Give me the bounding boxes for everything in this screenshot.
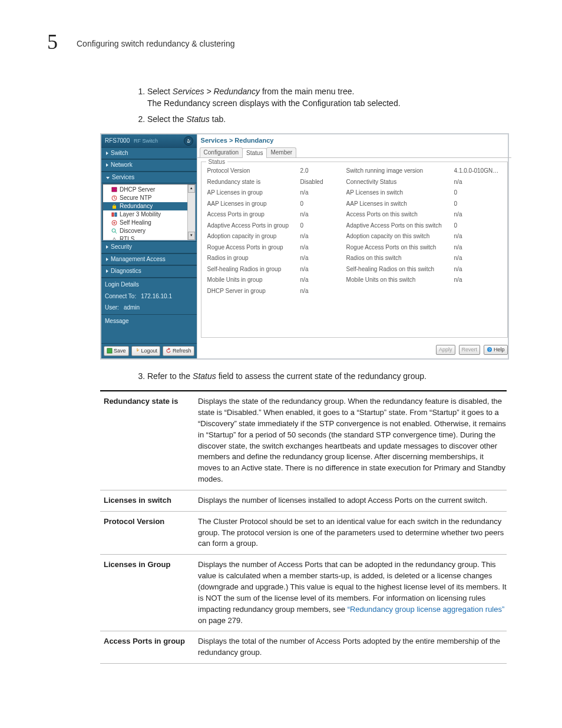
step-1: Select Services > Redundancy from the ma… — [147, 85, 509, 110]
device-model: RFS7000 — [105, 137, 130, 144]
tab-configuration[interactable]: Configuration — [200, 147, 243, 158]
definition-desc: Displays the state of the redundancy gro… — [198, 396, 507, 485]
sidebar: RFS7000 RF Switch M Switch Network Servi… — [101, 134, 197, 358]
nav-item-switch[interactable]: Switch — [101, 147, 197, 160]
definition-desc: Displays the number of licenses installe… — [198, 495, 507, 506]
step-3: Refer to the Status field to assess the … — [147, 370, 509, 382]
status-cell: Access Ports in group — [207, 210, 296, 219]
tab-status[interactable]: Status — [242, 148, 267, 159]
definition-row: Licenses in GroupDisplays the number of … — [100, 555, 507, 631]
status-cell: Redundancy state is — [207, 178, 296, 187]
logout-button[interactable]: Logout — [131, 346, 161, 356]
nav-item-security[interactable]: Security — [101, 241, 197, 253]
chapter-title: Configuring switch redundancy & clusteri… — [77, 39, 234, 48]
refresh-button[interactable]: Refresh — [163, 346, 194, 356]
status-cell: n/a — [300, 243, 342, 252]
svg-rect-0 — [112, 187, 117, 189]
status-legend: Status — [206, 158, 227, 167]
status-cell: Rogue Access Ports on this switch — [346, 243, 449, 252]
svg-rect-5 — [115, 213, 117, 216]
status-cell: Self-healing Radios in group — [207, 265, 296, 274]
definition-table: Redundancy state isDisplays the state of… — [100, 390, 507, 664]
definition-desc: Displays the total of the number of Acce… — [198, 636, 507, 658]
vendor-logo-icon: M — [184, 136, 193, 146]
definition-term: Licenses in Group — [100, 559, 198, 626]
tab-member[interactable]: Member — [266, 147, 296, 158]
nav-item-management[interactable]: Management Access — [101, 253, 197, 266]
step-3-post: field to assess the current state of the… — [216, 371, 427, 381]
definition-row: Protocol VersionThe Cluster Protocol sho… — [100, 512, 507, 555]
status-cell: Rogue Access Ports in group — [207, 243, 296, 252]
status-cell: DHCP Server in group — [207, 287, 296, 296]
tree-item-ntp[interactable]: Secure NTP — [103, 194, 195, 202]
status-cell: n/a — [454, 178, 501, 187]
status-cell: AP Licenses in switch — [346, 189, 449, 197]
nav-item-network[interactable]: Network — [101, 159, 197, 172]
status-cell — [346, 287, 449, 296]
tree-scrollbar[interactable]: ▴▾ — [187, 185, 195, 240]
status-cell: AP Licenses in group — [207, 189, 296, 197]
status-cell: AAP Licenses in group — [207, 200, 296, 209]
cross-ref-link[interactable]: “Redundancy group license aggregation ru… — [348, 605, 505, 614]
definition-desc: Displays the number of Access Ports that… — [198, 559, 507, 626]
status-cell: Adaptive Access Ports on this switch — [346, 222, 449, 230]
status-cell: n/a — [454, 265, 501, 274]
nav-item-diagnostics[interactable]: Diagnostics — [101, 265, 197, 278]
status-cell: Disabled — [300, 178, 342, 187]
status-cell: Adaptive Access Ports in group — [207, 222, 296, 230]
status-cell: n/a — [454, 210, 501, 219]
help-button[interactable]: ?Help — [484, 345, 508, 355]
main-footer: Apply Revert ?Help — [197, 341, 511, 358]
step-2-post: tab. — [210, 114, 226, 124]
svg-text:?: ? — [488, 348, 491, 352]
clock-icon — [111, 195, 117, 201]
scroll-up-icon[interactable]: ▴ — [188, 185, 195, 193]
help-icon: ? — [487, 347, 492, 353]
mobility-icon — [111, 212, 117, 218]
definition-row: Access Ports in groupDisplays the total … — [100, 631, 507, 664]
device-type: RF Switch — [134, 138, 158, 144]
message-title: Message — [105, 317, 193, 326]
step-2-emph: Status — [186, 114, 210, 124]
tree-item-dhcp[interactable]: DHCP Server — [103, 186, 195, 194]
definition-term: Access Ports in group — [100, 636, 198, 658]
tree-item-discovery[interactable]: Discovery — [103, 227, 195, 235]
tree-item-rtls[interactable]: RTLS — [103, 235, 195, 241]
status-cell: Connectivity Status — [346, 178, 449, 187]
status-cell: 0 — [454, 189, 501, 197]
status-cell: Adoption capacity on this switch — [346, 232, 449, 241]
tree-item-redundancy[interactable]: Redundancy — [103, 202, 195, 210]
definition-term: Licenses in switch — [100, 495, 198, 506]
svg-rect-1 — [112, 190, 117, 192]
chevron-right-icon — [106, 245, 108, 249]
save-button[interactable]: Save — [104, 346, 129, 356]
apply-button[interactable]: Apply — [436, 345, 455, 355]
status-cell: n/a — [454, 243, 501, 252]
status-cell: Radios on this switch — [346, 254, 449, 263]
status-cell: n/a — [300, 287, 342, 296]
definition-term: Redundancy state is — [100, 396, 198, 485]
server-icon — [111, 187, 117, 193]
status-cell: Mobile Units in group — [207, 276, 296, 285]
status-fieldset: Status Protocol Version2.0Switch running… — [201, 162, 508, 338]
login-details: Login Details Connect To:172.16.10.1 Use… — [101, 278, 197, 315]
step-2: Select the Status tab. — [147, 113, 509, 125]
tree-item-l3mobility[interactable]: Layer 3 Mobility — [103, 210, 195, 219]
status-cell: n/a — [454, 254, 501, 263]
login-title: Login Details — [105, 281, 193, 289]
app-screenshot: RFS7000 RF Switch M Switch Network Servi… — [100, 133, 509, 360]
scroll-down-icon[interactable]: ▾ — [188, 232, 195, 240]
status-cell: 2.0 — [300, 167, 342, 176]
lock-icon — [111, 203, 117, 209]
sidebar-buttons: Save Logout Refresh — [101, 343, 197, 358]
revert-button[interactable]: Revert — [459, 345, 481, 355]
nav-item-services[interactable]: Services — [101, 172, 197, 184]
svg-rect-3 — [113, 206, 116, 209]
save-icon — [107, 348, 113, 354]
step-1-post: from the main menu tree. — [260, 87, 354, 96]
status-cell: Radios in group — [207, 254, 296, 263]
status-cell — [454, 287, 501, 296]
tree-item-selfhealing[interactable]: Self Healing — [103, 219, 195, 227]
status-cell: 0 — [454, 200, 501, 209]
sidebar-header: RFS7000 RF Switch M — [101, 134, 197, 147]
